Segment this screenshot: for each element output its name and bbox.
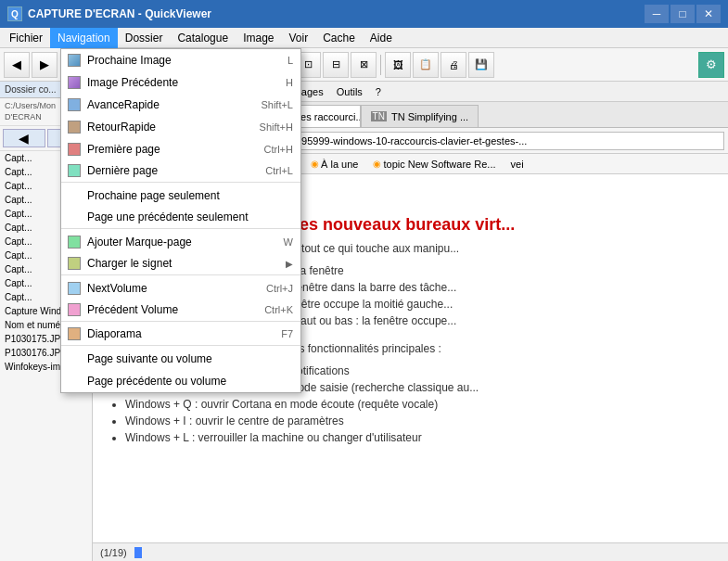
menu-dossier[interactable]: Dossier (118, 28, 171, 48)
panel-prev-btn[interactable]: ◀ (3, 129, 45, 147)
menu-fast-back[interactable]: RetourRapide Shift+H (61, 116, 300, 138)
toolbar-btn-15[interactable]: 📋 (413, 52, 439, 78)
bookmark-5-label: vei (511, 159, 524, 170)
diaporama-shortcut: F7 (281, 328, 293, 339)
next-volume-icon (65, 279, 83, 298)
load-signet-arrow: ▶ (286, 259, 293, 269)
next-page-only-label: Prochaine page seulement (87, 189, 293, 202)
window-controls: ─ □ ✕ (645, 5, 721, 23)
next-volume-label: NextVolume (87, 282, 248, 295)
bullet-item-5: Windows + L : verrouiller la machine ou … (125, 429, 714, 446)
load-signet-label: Charger le signet (87, 257, 286, 270)
next-volume-shortcut: Ctrl+J (266, 283, 293, 294)
prev-page-only-icon (65, 208, 83, 226)
menu-next-page-or-vol[interactable]: Page suivante ou volume (61, 348, 300, 370)
prev-volume-shortcut: Ctrl+K (264, 304, 293, 315)
next-image-icon (65, 51, 83, 70)
bookmark-3-label: À la une (321, 159, 358, 170)
status-text: (1/19) (100, 547, 127, 558)
menu-prev-volume[interactable]: Précédent Volume Ctrl+K (61, 300, 300, 322)
browser-menu-help[interactable]: ? (370, 84, 387, 99)
prev-volume-label: Précédent Volume (87, 303, 246, 316)
menu-next-page-only[interactable]: Prochaine page seulement (61, 185, 300, 207)
title-bar: Q CAPTURE D'ECRAN - QuickViewer ─ □ ✕ (0, 0, 728, 28)
bookmark-5[interactable]: vei (505, 158, 530, 171)
add-bookmark-icon (65, 233, 83, 251)
menu-next-image[interactable]: Prochaine Image L (61, 49, 300, 71)
first-page-label: Première page (87, 143, 246, 156)
load-signet-icon (65, 254, 83, 273)
next-page-or-vol-label: Page suivante ou volume (87, 352, 293, 365)
title-bar-left: Q CAPTURE D'ECRAN - QuickViewer (7, 6, 211, 21)
toolbar-btn-12[interactable]: ⊟ (323, 52, 349, 78)
toolbar-next-btn[interactable]: ▶ (32, 52, 57, 78)
browser-tab-3[interactable]: TN TN Simplifying ... (361, 105, 479, 127)
add-bookmark-shortcut: W (284, 236, 293, 248)
menu-add-bookmark[interactable]: Ajouter Marque-page W (61, 231, 300, 253)
menu-voir[interactable]: Voir (281, 28, 315, 48)
menu-cache[interactable]: Cache (315, 28, 363, 48)
fast-back-label: RetourRapide (87, 121, 241, 134)
status-bar: (1/19) (93, 542, 728, 561)
bookmark-4-label: topic New Software Re... (383, 159, 495, 170)
last-page-shortcut: Ctrl+L (265, 165, 293, 176)
fast-forward-icon (65, 96, 83, 114)
browser-menu-outils[interactable]: Outils (331, 84, 368, 99)
bullet-item-3: Windows + Q : ouvrir Cortana en mode éco… (125, 396, 714, 413)
menu-catalogue[interactable]: Catalogue (170, 28, 236, 48)
menu-fichier[interactable]: Fichier (2, 28, 50, 48)
next-page-only-icon (65, 186, 83, 205)
toolbar-settings-btn[interactable]: ⚙ (698, 52, 724, 78)
prev-image-label: Image Précédente (87, 76, 267, 89)
menu-bar: Fichier Navigation Dossier Catalogue Ima… (0, 28, 728, 48)
toolbar-btn-17[interactable]: 💾 (468, 52, 494, 78)
diaporama-icon (65, 325, 83, 343)
menu-navigation[interactable]: Navigation (50, 28, 118, 48)
diaporama-label: Diaporama (87, 327, 262, 340)
menu-image[interactable]: Image (236, 28, 281, 48)
first-page-icon (65, 140, 83, 159)
menu-prev-page-only[interactable]: Page une précédente seulement (61, 207, 300, 229)
add-bookmark-label: Ajouter Marque-page (87, 236, 265, 249)
app-icon: Q (7, 6, 22, 21)
status-progress-bar (134, 547, 142, 558)
toolbar-prev-btn[interactable]: ◀ (4, 52, 30, 78)
next-image-shortcut: L (287, 55, 293, 66)
bookmark-4[interactable]: ◉ topic New Software Re... (367, 158, 501, 171)
next-page-or-vol-icon (65, 350, 83, 368)
prev-page-or-vol-label: Page précédente ou volume (87, 375, 293, 388)
minimize-button[interactable]: ─ (645, 5, 669, 23)
prev-image-shortcut: H (286, 77, 293, 88)
bookmark-3[interactable]: ◉ À la une (305, 158, 364, 171)
fast-back-shortcut: Shift+H (260, 121, 293, 133)
menu-prev-image[interactable]: Image Précédente H (61, 71, 300, 94)
toolbar-btn-16[interactable]: 🖨 (441, 52, 466, 78)
last-page-icon (65, 161, 83, 180)
menu-prev-page-or-vol[interactable]: Page précédente ou volume (61, 370, 300, 392)
menu-last-page[interactable]: Dernière page Ctrl+L (61, 160, 300, 183)
tab3-label: TN Simplifying ... (391, 111, 468, 122)
close-button[interactable]: ✕ (696, 5, 721, 23)
menu-fast-forward[interactable]: AvanceRapide Shift+L (61, 94, 300, 116)
toolbar-btn-14[interactable]: 🖼 (385, 52, 411, 78)
menu-first-page[interactable]: Première page Ctrl+H (61, 138, 300, 160)
menu-load-signet[interactable]: Charger le signet ▶ (61, 253, 300, 275)
first-page-shortcut: Ctrl+H (264, 144, 293, 155)
path-text: C:/Users/MonD'ECRAN (5, 101, 56, 121)
maximize-button[interactable]: □ (671, 5, 695, 23)
navigation-dropdown: Prochaine Image L Image Précédente H Ava… (60, 48, 301, 393)
fast-back-icon (65, 118, 83, 136)
bookmark-4-rss: ◉ (373, 159, 381, 169)
toolbar-separator-3 (380, 55, 381, 75)
menu-next-volume[interactable]: NextVolume Ctrl+J (61, 277, 300, 300)
toolbar-btn-13[interactable]: ⊠ (351, 52, 377, 78)
prev-page-or-vol-icon (65, 372, 83, 390)
window-title: CAPTURE D'ECRAN - QuickViewer (28, 7, 211, 20)
prev-page-only-label: Page une précédente seulement (87, 210, 293, 223)
menu-diaporama[interactable]: Diaporama F7 (61, 324, 300, 346)
bullet-item-4: Windows + I : ouvrir le centre de paramè… (125, 413, 714, 429)
prev-volume-icon (65, 300, 83, 319)
fast-forward-shortcut: Shift+L (261, 99, 293, 110)
menu-aide[interactable]: Aide (363, 28, 400, 48)
fast-forward-label: AvanceRapide (87, 98, 242, 111)
